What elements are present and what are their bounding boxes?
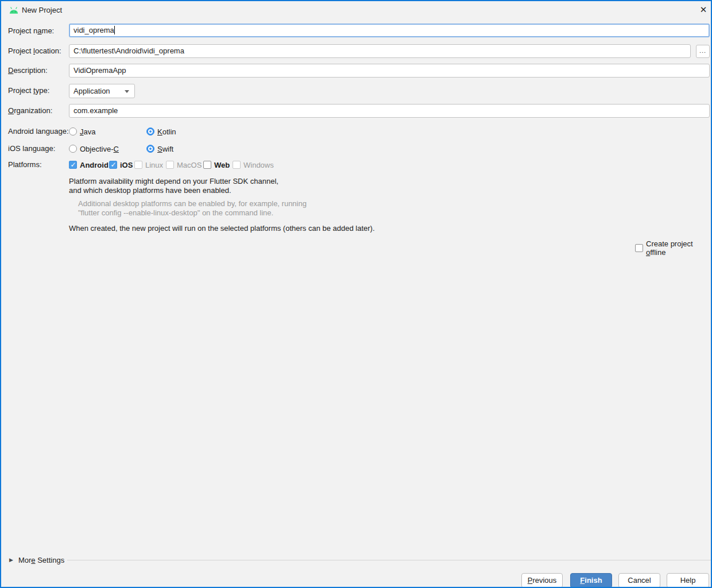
more-settings-label: More Settings xyxy=(18,556,64,564)
radio-icon xyxy=(146,145,154,153)
checkbox-icon xyxy=(233,161,241,169)
checkbox-linux[interactable]: Linux xyxy=(134,160,163,169)
checkbox-icon xyxy=(203,161,211,169)
desktop-hint-line1: Additional desktop platforms can be enab… xyxy=(78,199,307,208)
radio-java-label: Java xyxy=(80,127,95,136)
more-settings-divider xyxy=(67,560,711,560)
finish-button[interactable]: Finish xyxy=(570,573,612,588)
project-type-dropdown[interactable]: Application xyxy=(69,84,135,98)
more-settings-toggle[interactable]: ▶ More Settings xyxy=(9,555,64,564)
description-input[interactable]: VidiOpremaApp xyxy=(69,64,710,78)
checkbox-create-project-offline[interactable]: Create project offline xyxy=(635,243,711,253)
checkbox-icon xyxy=(134,161,142,169)
browse-button[interactable]: ... xyxy=(696,45,710,58)
close-icon[interactable]: ✕ xyxy=(696,2,711,17)
desktop-hint-line2: "flutter config --enable-linux-desktop" … xyxy=(78,208,273,218)
radio-icon xyxy=(69,145,77,153)
radio-kotlin[interactable]: Kotlin xyxy=(146,127,176,136)
radio-objective-c-label: Objective-C xyxy=(80,145,119,153)
previous-button[interactable]: Previous xyxy=(521,573,563,588)
window-title: New Project xyxy=(22,6,62,15)
platform-availability-note-line1: Platform availability might depend on yo… xyxy=(69,177,278,186)
checkbox-ios[interactable]: iOS xyxy=(109,160,133,169)
project-name-label: Project name: xyxy=(8,26,54,36)
ios-language-label: iOS language: xyxy=(8,144,55,153)
radio-swift[interactable]: Swift xyxy=(146,144,173,153)
chevron-down-icon xyxy=(125,90,129,93)
radio-kotlin-label: Kotlin xyxy=(157,127,176,136)
project-location-input[interactable]: C:\fluttertest\Android\vidi_oprema xyxy=(69,44,691,58)
chevron-right-icon: ▶ xyxy=(9,557,13,563)
radio-java[interactable]: Java xyxy=(69,127,95,136)
checkbox-icon xyxy=(109,161,117,169)
project-location-label: Project location: xyxy=(8,47,61,56)
created-note: When created, the new project will run o… xyxy=(69,224,375,233)
project-type-value: Application xyxy=(73,87,110,95)
organization-input[interactable]: com.example xyxy=(69,104,710,118)
text-caret xyxy=(114,26,115,34)
description-label: Description: xyxy=(8,66,48,75)
checkbox-icon xyxy=(166,161,174,169)
platform-availability-note-line2: and which desktop platforms have been en… xyxy=(69,186,231,195)
checkbox-icon xyxy=(69,161,77,169)
checkbox-windows[interactable]: Windows xyxy=(233,160,274,169)
checkbox-macos[interactable]: MacOS xyxy=(166,160,202,169)
organization-label: Organization: xyxy=(8,106,52,115)
radio-icon xyxy=(69,127,77,136)
checkbox-web[interactable]: Web xyxy=(203,160,230,169)
title-bar: New Project ✕ xyxy=(1,1,711,20)
project-type-label: Project type: xyxy=(8,86,49,95)
radio-objective-c[interactable]: Objective-C xyxy=(69,144,119,153)
android-logo-icon xyxy=(9,6,19,15)
project-name-input[interactable]: vidi_oprema xyxy=(69,24,710,37)
radio-icon xyxy=(146,127,154,136)
new-project-dialog: New Project ✕ Project name: vidi_oprema … xyxy=(0,0,712,588)
help-button[interactable]: Help xyxy=(667,573,709,588)
radio-swift-label: Swift xyxy=(157,145,173,153)
checkbox-android[interactable]: Android xyxy=(69,160,109,169)
platforms-label: Platforms: xyxy=(8,160,42,169)
checkbox-icon xyxy=(635,244,643,252)
create-project-offline-label: Create project offline xyxy=(646,239,711,257)
cancel-button[interactable]: Cancel xyxy=(618,573,660,588)
android-language-label: Android language: xyxy=(8,127,69,136)
